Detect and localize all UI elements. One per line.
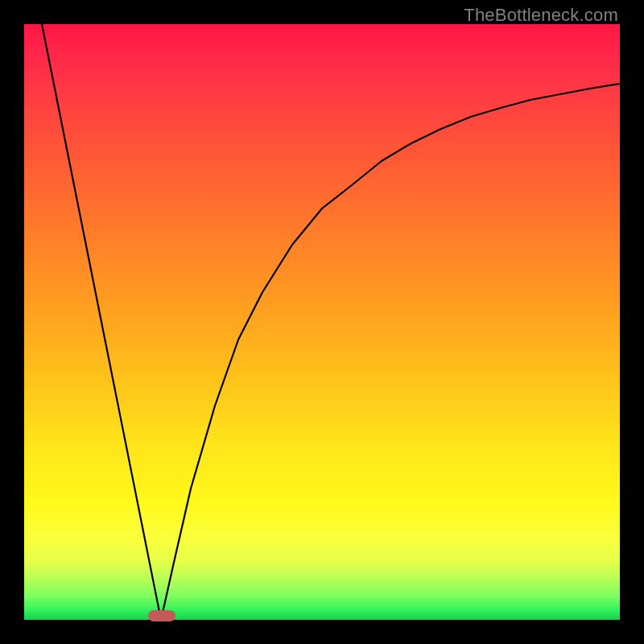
- chart-frame: TheBottleneck.com: [0, 0, 644, 644]
- min-marker: [148, 610, 175, 621]
- watermark-text: TheBottleneck.com: [464, 5, 618, 26]
- plot-gradient-background: [24, 24, 620, 620]
